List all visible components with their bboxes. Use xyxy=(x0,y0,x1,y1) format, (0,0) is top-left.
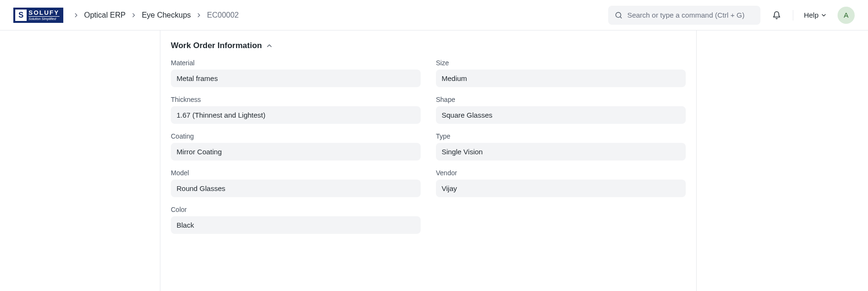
field-label: Color xyxy=(171,206,421,213)
help-label: Help xyxy=(804,11,819,19)
field-model: Model Round Glasses xyxy=(171,169,421,197)
field-label: Model xyxy=(171,169,421,177)
divider xyxy=(793,10,793,20)
field-label: Size xyxy=(436,59,686,67)
chevron-down-icon xyxy=(820,12,827,19)
field-label: Vendor xyxy=(436,169,686,177)
help-menu[interactable]: Help xyxy=(801,9,830,21)
logo-mark: S xyxy=(15,10,27,21)
content: Work Order Information Material Metal fr… xyxy=(160,30,696,291)
field-label: Material xyxy=(171,59,421,67)
bell-icon xyxy=(772,11,781,20)
thickness-input[interactable]: 1.67 (Thinnest and Lightest) xyxy=(171,106,421,124)
form-column-right: Size Medium Shape Square Glasses Type Si… xyxy=(436,59,686,242)
logo[interactable]: S SOLUFY Solution Simplified xyxy=(13,8,63,23)
field-label: Coating xyxy=(171,132,421,140)
form-column-left: Material Metal frames Thickness 1.67 (Th… xyxy=(171,59,421,242)
breadcrumb-optical-erp[interactable]: Optical ERP xyxy=(82,11,128,20)
field-label: Type xyxy=(436,132,686,140)
field-shape: Shape Square Glasses xyxy=(436,96,686,124)
field-type: Type Single Vision xyxy=(436,132,686,161)
header-left: S SOLUFY Solution Simplified Optical ERP… xyxy=(13,8,241,23)
main-layout: Work Order Information Material Metal fr… xyxy=(0,30,868,291)
field-material: Material Metal frames xyxy=(171,59,421,87)
model-input[interactable]: Round Glasses xyxy=(171,180,421,197)
field-thickness: Thickness 1.67 (Thinnest and Lightest) xyxy=(171,96,421,124)
field-vendor: Vendor Vijay xyxy=(436,169,686,197)
left-sidebar xyxy=(0,30,160,291)
right-sidebar xyxy=(696,30,726,291)
chevron-right-icon xyxy=(193,12,205,19)
svg-line-1 xyxy=(620,17,621,18)
field-coating: Coating Mirror Coating xyxy=(171,132,421,161)
section-header[interactable]: Work Order Information xyxy=(171,41,273,50)
breadcrumb-current: EC00002 xyxy=(205,11,241,20)
field-size: Size Medium xyxy=(436,59,686,87)
search-bar[interactable]: Search or type a command (Ctrl + G) xyxy=(608,6,760,25)
chevron-up-icon xyxy=(266,42,273,50)
field-label: Thickness xyxy=(171,96,421,103)
material-input[interactable]: Metal frames xyxy=(171,70,421,87)
field-color: Color Black xyxy=(171,206,421,234)
size-input[interactable]: Medium xyxy=(436,70,686,87)
notifications-button[interactable] xyxy=(768,7,785,24)
header-right: Search or type a command (Ctrl + G) Help… xyxy=(608,6,855,25)
coating-input[interactable]: Mirror Coating xyxy=(171,143,421,161)
logo-tagline: Solution Simplified xyxy=(29,16,59,20)
logo-name: SOLUFY xyxy=(29,10,59,16)
form-grid: Material Metal frames Thickness 1.67 (Th… xyxy=(171,59,686,242)
chevron-right-icon xyxy=(70,12,82,19)
vendor-input[interactable]: Vijay xyxy=(436,180,686,197)
field-label: Shape xyxy=(436,96,686,103)
breadcrumb: Optical ERP Eye Checkups EC00002 xyxy=(70,11,241,20)
chevron-right-icon xyxy=(128,12,140,19)
section-title: Work Order Information xyxy=(171,41,262,50)
search-icon xyxy=(615,11,622,19)
shape-input[interactable]: Square Glasses xyxy=(436,106,686,124)
search-placeholder: Search or type a command (Ctrl + G) xyxy=(627,11,744,19)
breadcrumb-eye-checkups[interactable]: Eye Checkups xyxy=(140,11,193,20)
app-header: S SOLUFY Solution Simplified Optical ERP… xyxy=(0,0,868,30)
type-input[interactable]: Single Vision xyxy=(436,143,686,161)
color-input[interactable]: Black xyxy=(171,216,421,234)
avatar[interactable]: A xyxy=(838,7,855,24)
